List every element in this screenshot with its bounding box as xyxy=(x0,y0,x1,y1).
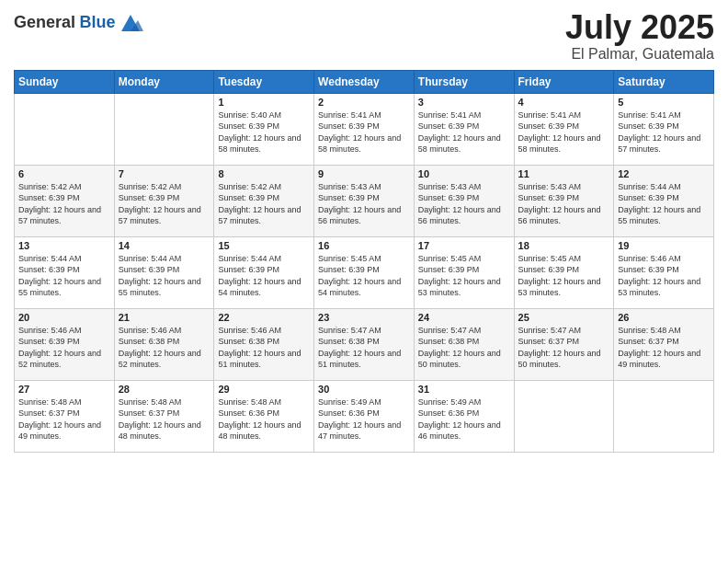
calendar-week-row: 1Sunrise: 5:40 AMSunset: 6:39 PMDaylight… xyxy=(15,93,714,165)
table-row: 30Sunrise: 5:49 AMSunset: 6:36 PMDayligh… xyxy=(314,380,415,452)
day-number: 21 xyxy=(119,312,210,323)
table-row: 7Sunrise: 5:42 AMSunset: 6:39 PMDaylight… xyxy=(114,165,214,236)
day-number: 6 xyxy=(18,168,110,179)
day-number: 12 xyxy=(618,168,710,179)
calendar-header-row: Sunday Monday Tuesday Wednesday Thursday… xyxy=(15,70,714,93)
col-thursday: Thursday xyxy=(414,70,514,93)
day-info: Sunrise: 5:41 AMSunset: 6:39 PMDaylight:… xyxy=(618,109,710,155)
day-number: 17 xyxy=(418,240,510,251)
day-number: 13 xyxy=(18,240,110,251)
day-info: Sunrise: 5:41 AMSunset: 6:39 PMDaylight:… xyxy=(318,109,410,155)
day-info: Sunrise: 5:49 AMSunset: 6:36 PMDaylight:… xyxy=(318,396,410,442)
day-info: Sunrise: 5:41 AMSunset: 6:39 PMDaylight:… xyxy=(518,109,610,155)
col-friday: Friday xyxy=(514,70,614,93)
table-row: 22Sunrise: 5:46 AMSunset: 6:38 PMDayligh… xyxy=(214,308,314,380)
day-number: 10 xyxy=(418,168,510,179)
day-number: 24 xyxy=(418,312,510,323)
day-info: Sunrise: 5:48 AMSunset: 6:37 PMDaylight:… xyxy=(618,325,710,371)
col-tuesday: Tuesday xyxy=(214,70,314,93)
day-number: 18 xyxy=(518,240,610,251)
day-number: 2 xyxy=(318,97,410,108)
logo-text-block: General Blue xyxy=(14,13,116,32)
day-info: Sunrise: 5:47 AMSunset: 6:37 PMDaylight:… xyxy=(518,325,610,371)
table-row: 26Sunrise: 5:48 AMSunset: 6:37 PMDayligh… xyxy=(614,308,714,380)
day-number: 22 xyxy=(218,312,310,323)
logo-icon xyxy=(118,9,143,35)
table-row: 24Sunrise: 5:47 AMSunset: 6:38 PMDayligh… xyxy=(414,308,514,380)
table-row xyxy=(614,380,714,452)
header: General Blue July 2025 El Palmar, Guatem… xyxy=(14,9,714,63)
table-row: 8Sunrise: 5:42 AMSunset: 6:39 PMDaylight… xyxy=(214,165,314,236)
day-number: 7 xyxy=(119,168,210,179)
day-info: Sunrise: 5:43 AMSunset: 6:39 PMDaylight:… xyxy=(318,181,410,227)
location: El Palmar, Guatemala xyxy=(565,46,714,63)
day-number: 3 xyxy=(418,97,510,108)
calendar-week-row: 6Sunrise: 5:42 AMSunset: 6:39 PMDaylight… xyxy=(15,165,714,236)
day-info: Sunrise: 5:48 AMSunset: 6:37 PMDaylight:… xyxy=(119,396,210,442)
day-info: Sunrise: 5:46 AMSunset: 6:39 PMDaylight:… xyxy=(18,325,110,371)
page: General Blue July 2025 El Palmar, Guatem… xyxy=(0,0,728,563)
table-row: 19Sunrise: 5:46 AMSunset: 6:39 PMDayligh… xyxy=(614,236,714,308)
day-info: Sunrise: 5:44 AMSunset: 6:39 PMDaylight:… xyxy=(119,253,210,299)
day-info: Sunrise: 5:47 AMSunset: 6:38 PMDaylight:… xyxy=(418,325,510,371)
day-number: 14 xyxy=(119,240,210,251)
table-row: 5Sunrise: 5:41 AMSunset: 6:39 PMDaylight… xyxy=(614,93,714,165)
table-row: 25Sunrise: 5:47 AMSunset: 6:37 PMDayligh… xyxy=(514,308,614,380)
table-row: 11Sunrise: 5:43 AMSunset: 6:39 PMDayligh… xyxy=(514,165,614,236)
calendar-week-row: 20Sunrise: 5:46 AMSunset: 6:39 PMDayligh… xyxy=(15,308,714,380)
table-row: 31Sunrise: 5:49 AMSunset: 6:36 PMDayligh… xyxy=(414,380,514,452)
day-number: 5 xyxy=(618,97,710,108)
day-info: Sunrise: 5:43 AMSunset: 6:39 PMDaylight:… xyxy=(418,181,510,227)
day-number: 28 xyxy=(119,384,210,395)
day-info: Sunrise: 5:46 AMSunset: 6:38 PMDaylight:… xyxy=(119,325,210,371)
table-row: 15Sunrise: 5:44 AMSunset: 6:39 PMDayligh… xyxy=(214,236,314,308)
table-row: 6Sunrise: 5:42 AMSunset: 6:39 PMDaylight… xyxy=(15,165,115,236)
day-number: 29 xyxy=(218,384,310,395)
day-number: 27 xyxy=(18,384,110,395)
day-number: 23 xyxy=(318,312,410,323)
day-number: 4 xyxy=(518,97,610,108)
table-row xyxy=(15,93,115,165)
day-number: 19 xyxy=(618,240,710,251)
logo-general: General xyxy=(14,13,75,31)
table-row xyxy=(514,380,614,452)
day-number: 30 xyxy=(318,384,410,395)
col-wednesday: Wednesday xyxy=(314,70,415,93)
table-row: 1Sunrise: 5:40 AMSunset: 6:39 PMDaylight… xyxy=(214,93,314,165)
day-info: Sunrise: 5:40 AMSunset: 6:39 PMDaylight:… xyxy=(218,109,310,155)
calendar-week-row: 13Sunrise: 5:44 AMSunset: 6:39 PMDayligh… xyxy=(15,236,714,308)
day-info: Sunrise: 5:47 AMSunset: 6:38 PMDaylight:… xyxy=(318,325,410,371)
table-row: 12Sunrise: 5:44 AMSunset: 6:39 PMDayligh… xyxy=(614,165,714,236)
day-number: 25 xyxy=(518,312,610,323)
month-title: July 2025 xyxy=(565,9,714,46)
logo: General Blue xyxy=(14,9,143,35)
table-row: 2Sunrise: 5:41 AMSunset: 6:39 PMDaylight… xyxy=(314,93,415,165)
day-number: 11 xyxy=(518,168,610,179)
day-info: Sunrise: 5:49 AMSunset: 6:36 PMDaylight:… xyxy=(418,396,510,442)
table-row: 10Sunrise: 5:43 AMSunset: 6:39 PMDayligh… xyxy=(414,165,514,236)
day-number: 26 xyxy=(618,312,710,323)
day-number: 31 xyxy=(418,384,510,395)
table-row: 18Sunrise: 5:45 AMSunset: 6:39 PMDayligh… xyxy=(514,236,614,308)
day-info: Sunrise: 5:43 AMSunset: 6:39 PMDaylight:… xyxy=(518,181,610,227)
table-row: 20Sunrise: 5:46 AMSunset: 6:39 PMDayligh… xyxy=(15,308,115,380)
table-row: 23Sunrise: 5:47 AMSunset: 6:38 PMDayligh… xyxy=(314,308,415,380)
day-info: Sunrise: 5:42 AMSunset: 6:39 PMDaylight:… xyxy=(218,181,310,227)
day-number: 1 xyxy=(218,97,310,108)
day-info: Sunrise: 5:42 AMSunset: 6:39 PMDaylight:… xyxy=(18,181,110,227)
table-row: 21Sunrise: 5:46 AMSunset: 6:38 PMDayligh… xyxy=(114,308,214,380)
day-info: Sunrise: 5:42 AMSunset: 6:39 PMDaylight:… xyxy=(119,181,210,227)
table-row: 16Sunrise: 5:45 AMSunset: 6:39 PMDayligh… xyxy=(314,236,415,308)
title-area: July 2025 El Palmar, Guatemala xyxy=(565,9,714,63)
col-saturday: Saturday xyxy=(614,70,714,93)
col-sunday: Sunday xyxy=(15,70,115,93)
table-row: 13Sunrise: 5:44 AMSunset: 6:39 PMDayligh… xyxy=(15,236,115,308)
table-row: 28Sunrise: 5:48 AMSunset: 6:37 PMDayligh… xyxy=(114,380,214,452)
day-info: Sunrise: 5:44 AMSunset: 6:39 PMDaylight:… xyxy=(18,253,110,299)
calendar-week-row: 27Sunrise: 5:48 AMSunset: 6:37 PMDayligh… xyxy=(15,380,714,452)
calendar-table: Sunday Monday Tuesday Wednesday Thursday… xyxy=(14,70,714,453)
day-info: Sunrise: 5:45 AMSunset: 6:39 PMDaylight:… xyxy=(518,253,610,299)
day-number: 15 xyxy=(218,240,310,251)
table-row: 29Sunrise: 5:48 AMSunset: 6:36 PMDayligh… xyxy=(214,380,314,452)
day-info: Sunrise: 5:48 AMSunset: 6:37 PMDaylight:… xyxy=(18,396,110,442)
